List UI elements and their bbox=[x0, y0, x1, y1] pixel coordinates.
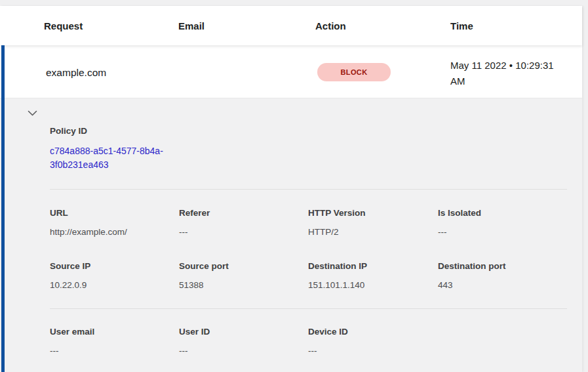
table-row[interactable]: example.com BLOCK May 11 2022 • 10:29:31… bbox=[0, 45, 582, 98]
detail-field-empty bbox=[438, 327, 567, 356]
field-value: HTTP/2 bbox=[308, 227, 438, 237]
action-status-badge: BLOCK bbox=[317, 63, 391, 81]
field-label: URL bbox=[50, 208, 179, 218]
field-value: --- bbox=[179, 227, 308, 237]
detail-field-user-id: User ID --- bbox=[179, 327, 308, 356]
column-header-time: Time bbox=[406, 20, 582, 31]
section-divider bbox=[50, 189, 567, 190]
log-table: Request Email Action Time example.com BL… bbox=[0, 6, 582, 372]
field-label: Destination IP bbox=[308, 261, 438, 271]
collapse-row-button[interactable] bbox=[27, 108, 37, 118]
row-request-value: example.com bbox=[46, 67, 106, 79]
detail-field-referer: Referer --- bbox=[179, 208, 308, 237]
chevron-down-icon bbox=[28, 110, 37, 116]
field-value: --- bbox=[308, 346, 438, 356]
field-value: 51388 bbox=[179, 280, 308, 290]
detail-field-destination-port: Destination port 443 bbox=[438, 261, 567, 290]
field-label: Destination port bbox=[438, 261, 567, 271]
selected-row-accent-bar bbox=[1, 45, 5, 372]
detail-fields-row: Source IP 10.22.0.9 Source port 51388 De… bbox=[50, 261, 567, 290]
detail-field-url: URL http://example.com/ bbox=[50, 208, 179, 237]
field-value: 151.101.1.140 bbox=[308, 280, 438, 290]
detail-field-device-id: Device ID --- bbox=[308, 327, 438, 356]
detail-field-destination-ip: Destination IP 151.101.1.140 bbox=[308, 261, 438, 290]
field-value: --- bbox=[179, 346, 308, 356]
field-label: Source port bbox=[179, 261, 308, 271]
column-header-email: Email bbox=[134, 20, 271, 31]
detail-field-http-version: HTTP Version HTTP/2 bbox=[308, 208, 438, 237]
field-label: Source IP bbox=[50, 261, 179, 271]
field-label: User email bbox=[50, 327, 179, 337]
log-page: Request Email Action Time example.com BL… bbox=[0, 0, 588, 372]
detail-field-source-port: Source port 51388 bbox=[179, 261, 308, 290]
field-label: HTTP Version bbox=[308, 208, 438, 218]
detail-field-source-ip: Source IP 10.22.0.9 bbox=[50, 261, 179, 290]
field-label: Is Isolated bbox=[438, 208, 567, 218]
field-label: Referer bbox=[179, 208, 308, 218]
section-divider bbox=[50, 308, 567, 309]
action-badge-label: BLOCK bbox=[340, 68, 367, 76]
detail-field-user-email: User email --- bbox=[50, 327, 179, 356]
table-header-row: Request Email Action Time bbox=[0, 6, 582, 45]
row-time-value: May 11 2022 • 10:29:31 AM bbox=[450, 58, 568, 89]
policy-id-link[interactable]: c784a888-a5c1-4577-8b4a-3f0b231ea463 bbox=[50, 144, 184, 172]
policy-id-label: Policy ID bbox=[50, 126, 567, 136]
detail-fields-row: User email --- User ID --- Device ID --- bbox=[50, 327, 567, 356]
field-value: http://example.com/ bbox=[50, 227, 179, 237]
field-value: --- bbox=[438, 227, 567, 237]
detail-fields-row: URL http://example.com/ Referer --- HTTP… bbox=[50, 208, 567, 237]
field-label: Device ID bbox=[308, 327, 438, 337]
field-value: 10.22.0.9 bbox=[50, 280, 179, 290]
field-value: --- bbox=[50, 346, 179, 356]
field-label: User ID bbox=[179, 327, 308, 337]
column-header-request: Request bbox=[0, 20, 134, 31]
field-value: 443 bbox=[438, 280, 567, 290]
column-header-action: Action bbox=[271, 20, 406, 31]
policy-id-section: Policy ID c784a888-a5c1-4577-8b4a-3f0b23… bbox=[50, 126, 567, 172]
detail-field-is-isolated: Is Isolated --- bbox=[438, 208, 567, 237]
row-detail-panel: Policy ID c784a888-a5c1-4577-8b4a-3f0b23… bbox=[0, 98, 582, 372]
